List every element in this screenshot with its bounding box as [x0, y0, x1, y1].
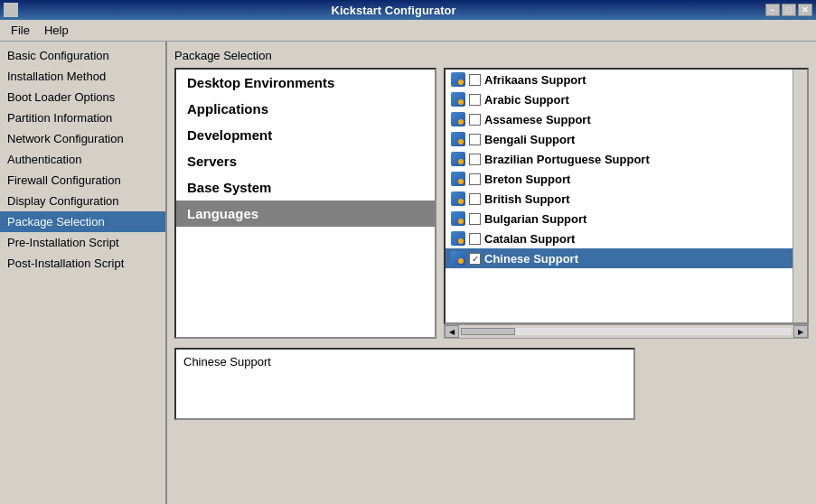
package-item-0[interactable]: Afrikaans Support: [446, 70, 807, 89]
maximize-button[interactable]: □: [782, 4, 796, 16]
package-item-9[interactable]: ✓Chinese Support: [446, 248, 807, 268]
sidebar: Basic ConfigurationInstallation MethodBo…: [0, 42, 167, 504]
package-icon-6: [451, 191, 465, 206]
sidebar-item-network-configuration[interactable]: Network Configuration: [0, 128, 165, 149]
package-label-3: Bengali Support: [484, 133, 575, 146]
package-icon-4: [451, 152, 465, 166]
package-item-1[interactable]: Arabic Support: [446, 89, 807, 109]
category-item-3[interactable]: Servers: [176, 148, 435, 174]
sidebar-item-basic-configuration[interactable]: Basic Configuration: [0, 45, 165, 66]
category-item-0[interactable]: Desktop Environments: [176, 70, 435, 96]
package-item-4[interactable]: Brazilian Portuguese Support: [446, 149, 807, 169]
menu-help[interactable]: Help: [37, 22, 76, 39]
package-label-0: Afrikaans Support: [484, 73, 586, 87]
panels-row: Desktop EnvironmentsApplicationsDevelopm…: [174, 68, 809, 339]
package-icon-2: [451, 112, 465, 126]
package-checkbox-2[interactable]: [469, 114, 481, 126]
package-checkbox-5[interactable]: [469, 173, 481, 185]
package-label-2: Assamese Support: [484, 113, 591, 126]
scrollbar[interactable]: [793, 70, 807, 322]
sidebar-item-boot-loader-options[interactable]: Boot Loader Options: [0, 87, 165, 107]
close-button[interactable]: ✕: [798, 4, 812, 16]
sidebar-item-installation-method[interactable]: Installation Method: [0, 66, 165, 87]
package-label-5: Breton Support: [484, 173, 570, 186]
package-item-7[interactable]: Bulgarian Support: [446, 209, 807, 229]
package-icon-5: [451, 172, 465, 186]
sidebar-item-post-installation-script[interactable]: Post-Installation Script: [0, 253, 165, 274]
packages-panel[interactable]: Afrikaans SupportArabic SupportAssamese …: [444, 68, 809, 324]
package-checkbox-1[interactable]: [469, 94, 481, 106]
package-label-1: Arabic Support: [484, 93, 569, 107]
package-checkbox-9[interactable]: ✓: [469, 253, 481, 265]
hscroll-left-button[interactable]: ◀: [445, 325, 459, 338]
package-icon-9: [451, 251, 465, 266]
package-checkbox-0[interactable]: [469, 74, 481, 86]
package-checkbox-3[interactable]: [469, 134, 481, 145]
package-icon-1: [451, 92, 465, 107]
package-item-8[interactable]: Catalan Support: [446, 229, 807, 248]
hscroll-thumb[interactable]: [461, 328, 515, 335]
package-icon-8: [451, 231, 465, 246]
package-checkbox-7[interactable]: [469, 213, 481, 225]
category-item-4[interactable]: Base System: [176, 174, 435, 201]
package-label-4: Brazilian Portuguese Support: [484, 153, 650, 166]
minimize-button[interactable]: −: [765, 4, 780, 16]
window-title: Kickstart Configurator: [22, 4, 765, 17]
content-area: Package Selection Desktop EnvironmentsAp…: [167, 42, 816, 504]
package-label-7: Bulgarian Support: [484, 212, 586, 226]
sidebar-item-display-configuration[interactable]: Display Configuration: [0, 191, 165, 211]
menubar: File Help: [0, 20, 816, 42]
sidebar-item-pre-installation-script[interactable]: Pre-Installation Script: [0, 232, 165, 253]
hscroll-right-button[interactable]: ▶: [793, 325, 808, 338]
section-title: Package Selection: [174, 49, 809, 62]
package-checkbox-4[interactable]: [469, 154, 481, 165]
package-item-5[interactable]: Breton Support: [446, 169, 807, 189]
package-item-2[interactable]: Assamese Support: [446, 109, 807, 129]
category-item-5[interactable]: Languages: [176, 201, 435, 227]
package-item-6[interactable]: British Support: [446, 189, 807, 209]
package-icon-7: [451, 211, 465, 226]
main-container: Basic ConfigurationInstallation MethodBo…: [0, 42, 816, 504]
sidebar-item-authentication[interactable]: Authentication: [0, 149, 165, 170]
package-checkbox-8[interactable]: [469, 233, 481, 245]
app-icon: [4, 3, 18, 17]
package-label-6: British Support: [484, 192, 570, 206]
packages-wrapper: Afrikaans SupportArabic SupportAssamese …: [444, 68, 809, 339]
package-icon-3: [451, 132, 465, 146]
titlebar: Kickstart Configurator − □ ✕: [0, 0, 816, 20]
description-box: Chinese Support: [174, 348, 635, 420]
category-item-1[interactable]: Applications: [176, 96, 435, 122]
package-label-8: Catalan Support: [484, 232, 575, 246]
category-item-2[interactable]: Development: [176, 122, 435, 148]
description-text: Chinese Support: [183, 355, 271, 369]
menu-file[interactable]: File: [4, 22, 37, 39]
sidebar-item-partition-information[interactable]: Partition Information: [0, 107, 165, 128]
package-checkbox-6[interactable]: [469, 193, 481, 205]
titlebar-controls: − □ ✕: [765, 4, 812, 16]
description-area: Chinese Support: [174, 348, 809, 497]
sidebar-item-firewall-configuration[interactable]: Firewall Configuration: [0, 170, 165, 191]
hscroll-track: [461, 328, 792, 335]
hscrollbar: ◀ ▶: [444, 324, 809, 339]
package-icon-0: [451, 72, 465, 87]
sidebar-item-package-selection[interactable]: Package Selection: [0, 211, 165, 232]
package-label-9: Chinese Support: [484, 252, 578, 266]
package-item-3[interactable]: Bengali Support: [446, 129, 807, 149]
categories-panel: Desktop EnvironmentsApplicationsDevelopm…: [174, 68, 436, 339]
